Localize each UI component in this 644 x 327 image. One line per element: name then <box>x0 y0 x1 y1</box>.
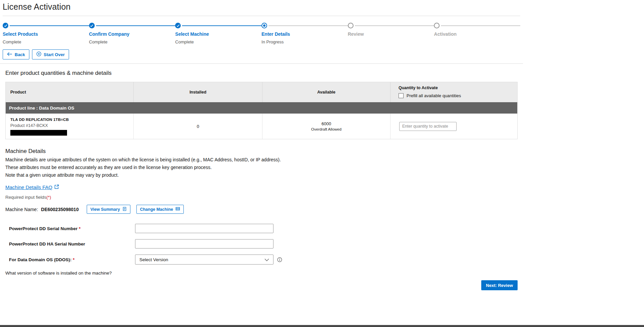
step-label: Enter Details <box>261 31 348 37</box>
info-icon[interactable] <box>277 257 282 262</box>
step-label: Activation <box>434 31 520 37</box>
installed-cell: 0 <box>134 114 262 139</box>
stepper-step-enter-details: Enter Details In Progress <box>261 23 348 44</box>
form-row-dd-ha-serial: PowerProtect DD HA Serial Number <box>5 239 518 249</box>
wizard-stepper: Select Products Complete Confirm Company… <box>3 23 520 44</box>
stepper-step-review: Review <box>348 23 434 44</box>
description-line: Machine details are unique attributes of… <box>5 157 518 163</box>
change-machine-button[interactable]: Change Machine <box>136 205 184 214</box>
next-review-button[interactable]: Next: Review <box>481 280 518 290</box>
machine-icon <box>175 206 180 212</box>
circle-x-icon <box>36 51 41 57</box>
header-divider <box>3 16 520 16</box>
machine-details-faq-link[interactable]: Machine Details FAQ <box>5 184 59 190</box>
description-line: These attributes must be entered accurat… <box>5 164 518 171</box>
dd-ha-serial-label: PowerProtect DD HA Serial Number <box>5 241 135 247</box>
quantity-to-activate-input[interactable] <box>399 122 457 131</box>
dd-serial-label: PowerProtect DD Serial Number * <box>5 226 135 231</box>
column-header-product: Product <box>6 82 134 102</box>
ddos-version-label-text: For Data Domain OS (DDOS): <box>9 257 72 262</box>
view-summary-label: View Summary <box>90 207 120 212</box>
quantity-cell <box>391 114 517 139</box>
dd-serial-input[interactable] <box>135 224 273 233</box>
product-line-label: Product line : Data Domain OS <box>9 106 74 111</box>
start-over-button[interactable]: Start Over <box>32 49 69 59</box>
arrow-left-icon <box>7 52 12 57</box>
view-summary-button[interactable]: View Summary <box>87 205 130 214</box>
horizontal-scrollbar[interactable] <box>0 325 644 327</box>
step-status: Complete <box>3 39 89 44</box>
faq-link-label: Machine Details FAQ <box>5 184 52 190</box>
product-cell: TLA DD REPLICATION 1TB=CB Product #147-B… <box>6 114 134 139</box>
form-row-ddos-version: For Data Domain OS (DDOS): * Select Vers… <box>5 255 518 265</box>
step-complete-check-icon <box>175 23 181 28</box>
step-status: Complete <box>89 39 175 44</box>
dd-serial-label-text: PowerProtect DD Serial Number <box>9 226 78 231</box>
prefill-checkbox-label: Prefill all available quantities <box>407 93 461 98</box>
step-complete-check-icon <box>3 23 8 28</box>
machine-details-form: PowerProtect DD Serial Number * PowerPro… <box>5 224 518 276</box>
redacted-text-bar <box>10 130 67 136</box>
step-current-icon <box>261 23 267 28</box>
overdraft-note: Overdraft Allowed <box>311 127 342 131</box>
stepper-step-select-products[interactable]: Select Products Complete <box>3 23 89 44</box>
prefill-checkbox[interactable] <box>399 93 404 98</box>
quantity-to-activate-label: Quantity to Activate <box>399 86 517 90</box>
required-asterisk: * <box>79 226 80 231</box>
table-header-row: Product Installed Available Quantity to … <box>6 82 517 102</box>
machine-details-heading: Machine Details <box>5 148 518 155</box>
select-value: Select Version <box>139 257 168 262</box>
start-over-button-label: Start Over <box>44 52 65 57</box>
stepper-step-confirm-company[interactable]: Confirm Company Complete <box>89 23 175 44</box>
ddos-version-label: For Data Domain OS (DDOS): * <box>5 257 135 262</box>
footer-actions: Next: Review <box>5 280 518 290</box>
step-status: In Progress <box>261 39 348 44</box>
ddos-version-select[interactable]: Select Version <box>135 255 273 265</box>
change-machine-label: Change Machine <box>140 207 173 212</box>
prefill-control: Prefill all available quantities <box>399 93 517 98</box>
form-row-dd-serial: PowerProtect DD Serial Number * <box>5 224 518 233</box>
required-marker: (*) <box>46 195 51 200</box>
step-status: Complete <box>175 39 261 44</box>
back-button-label: Back <box>15 52 25 57</box>
available-value: 6000 <box>321 121 331 126</box>
step-upcoming-icon <box>434 23 440 28</box>
column-header-installed: Installed <box>134 82 262 102</box>
page-title: License Activation <box>3 2 520 12</box>
step-label: Confirm Company <box>89 31 175 37</box>
step-upcoming-icon <box>348 23 354 28</box>
description-line: Note that a given unique attribute may v… <box>5 172 518 178</box>
ddos-version-hint: What version of software is installed on… <box>5 271 518 276</box>
column-header-available: Available <box>262 82 391 102</box>
stepper-step-activation: Activation <box>434 23 520 44</box>
document-icon <box>122 207 127 212</box>
dd-ha-serial-input[interactable] <box>135 239 273 249</box>
stepper-step-select-machine[interactable]: Select Machine Complete <box>175 23 261 44</box>
wizard-toolbar: Back Start Over <box>3 49 520 59</box>
available-cell: 6000 Overdraft Allowed <box>262 114 391 139</box>
step-label: Select Machine <box>175 31 261 37</box>
product-line-group-row: Product line : Data Domain OS <box>6 102 517 114</box>
required-fields-text: Required input fields <box>5 195 46 200</box>
dd-ha-serial-label-text: PowerProtect DD HA Serial Number <box>9 241 85 247</box>
product-quantity-table: Product Installed Available Quantity to … <box>5 82 518 139</box>
machine-name-row: Machine Name: DE600235098010 View Summar… <box>5 205 518 214</box>
product-number: Product #147-BCKX <box>10 123 129 128</box>
content-divider <box>0 63 523 64</box>
content-panel: Enter product quantities & machine detai… <box>3 70 520 290</box>
machine-name-label: Machine Name: <box>5 207 38 212</box>
external-link-icon <box>54 184 59 190</box>
chevron-down-icon <box>264 257 269 262</box>
step-label: Select Products <box>3 31 89 37</box>
required-asterisk: * <box>73 257 74 262</box>
required-fields-note: Required input fields(*) <box>5 195 518 200</box>
table-row: TLA DD REPLICATION 1TB=CB Product #147-B… <box>6 114 517 139</box>
installed-value: 0 <box>197 124 199 129</box>
column-header-quantity: Quantity to Activate Prefill all availab… <box>391 82 517 102</box>
license-activation-page: License Activation Select Products Compl… <box>0 2 523 290</box>
machine-name-value: DE600235098010 <box>41 207 79 212</box>
back-button[interactable]: Back <box>3 49 29 59</box>
quantities-heading: Enter product quantities & machine detai… <box>5 70 518 76</box>
machine-details-description: Machine details are unique attributes of… <box>5 157 518 178</box>
product-name: TLA DD REPLICATION 1TB=CB <box>10 118 129 122</box>
